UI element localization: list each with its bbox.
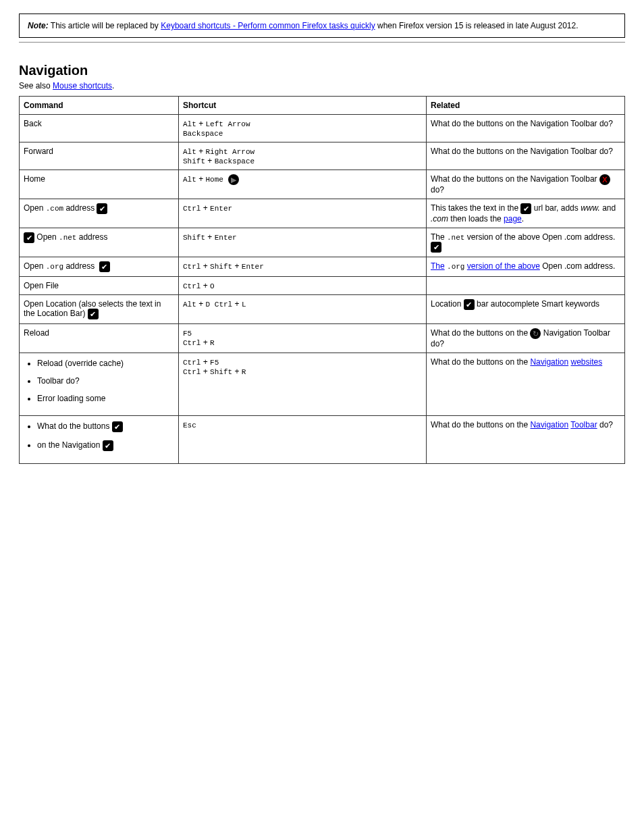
check-icon: ✔ — [103, 440, 113, 451]
cell-related: The .org version of the above Open .com … — [427, 257, 625, 277]
toolbar-link[interactable]: Toolbar — [570, 420, 597, 429]
cell-shortcut: Shift + Enter — [179, 228, 427, 257]
x-icon: X — [599, 174, 610, 185]
cell-related — [427, 277, 625, 295]
page-link[interactable]: page — [504, 214, 522, 224]
cell-shortcut: Ctrl + F5Ctrl + Shift + R — [179, 353, 427, 416]
cell-shortcut: Ctrl + Enter — [179, 199, 427, 228]
cell-related: Location ✔ bar autocomplete Smart keywor… — [427, 295, 625, 324]
check-icon: ✔ — [112, 421, 123, 432]
cell-command: Reload (override cache)Toolbar do?Error … — [20, 353, 179, 416]
col-command: Command — [20, 97, 179, 115]
cell-command: Reload — [20, 324, 179, 353]
col-related: Related — [427, 97, 625, 115]
table-row: Reload (override cache)Toolbar do?Error … — [20, 353, 625, 416]
note-box: Note: This article will be replaced by K… — [19, 14, 625, 38]
shortcut-table: Command Shortcut Related BackAlt + Left … — [19, 96, 625, 464]
the-link[interactable]: The — [431, 261, 445, 271]
cell-related: What do the buttons on the Navigation To… — [427, 115, 625, 142]
divider — [19, 42, 625, 43]
cell-command: Open .org address ✔ — [20, 257, 179, 277]
cell-related: What do the buttons on the ↻ Navigation … — [427, 324, 625, 353]
table-row: BackAlt + Left ArrowBackspaceWhat do the… — [20, 115, 625, 142]
cell-command: Open .com address ✔ — [20, 199, 179, 228]
websites-link[interactable]: websites — [570, 357, 602, 367]
cell-related: What do the buttons on the Navigation To… — [427, 142, 625, 170]
cell-shortcut: F5Ctrl + R — [179, 324, 427, 353]
check-icon: ✔ — [464, 299, 475, 310]
cell-shortcut: Alt + Home ▶ — [179, 170, 427, 199]
cell-related: What do the buttons on the Navigation To… — [427, 416, 625, 464]
cell-command: Forward — [20, 142, 179, 170]
cell-command: Open File — [20, 277, 179, 295]
version-link[interactable]: version of the above — [467, 261, 540, 271]
note-text-after: when Firefox version 15 is released in l… — [377, 21, 579, 30]
reload-icon: ↻ — [530, 328, 541, 339]
cell-shortcut: Ctrl + O — [179, 277, 427, 295]
intro-text: See also Mouse shortcuts. — [19, 81, 625, 90]
col-shortcut: Shortcut — [179, 97, 427, 115]
check-icon: ✔ — [88, 309, 99, 319]
check-icon: ✔ — [99, 261, 110, 272]
cell-command: What do the buttons ✔on the Navigation ✔ — [20, 416, 179, 464]
cell-shortcut: Alt + D Ctrl + L — [179, 295, 427, 324]
table-row: Open .org address ✔Ctrl + Shift + EnterT… — [20, 257, 625, 277]
cell-related: What do the buttons on the Navigation we… — [427, 353, 625, 416]
table-row: Open FileCtrl + O — [20, 277, 625, 295]
table-row: ForwardAlt + Right ArrowShift + Backspac… — [20, 142, 625, 170]
intro-before: See also — [19, 81, 53, 90]
intro-after: . — [112, 81, 114, 90]
cell-related: The .net version of the above Open .com … — [427, 228, 625, 257]
table-row: ✔ Open .net addressShift + EnterThe .net… — [20, 228, 625, 257]
mouse-shortcuts-link[interactable]: Mouse shortcuts — [53, 81, 112, 90]
cell-command: Back — [20, 115, 179, 142]
section-title: Navigation — [19, 63, 625, 78]
navigation-link-2[interactable]: Navigation — [530, 420, 568, 429]
cell-shortcut: Alt + Left ArrowBackspace — [179, 115, 427, 142]
cell-command: ✔ Open .net address — [20, 228, 179, 257]
check-icon: ✔ — [24, 232, 34, 243]
table-row: ReloadF5Ctrl + RWhat do the buttons on t… — [20, 324, 625, 353]
cell-related: This takes the text in the ✔ url bar, ad… — [427, 199, 625, 228]
check-icon: ✔ — [520, 203, 531, 214]
check-icon: ✔ — [431, 242, 441, 253]
cell-command: Home — [20, 170, 179, 199]
table-header-row: Command Shortcut Related — [20, 97, 625, 115]
cell-command: Open Location (also selects the text in … — [20, 295, 179, 324]
cell-shortcut: Alt + Right ArrowShift + Backspace — [179, 142, 427, 170]
check-icon: ✔ — [97, 203, 107, 214]
table-row: HomeAlt + Home ▶What do the buttons on t… — [20, 170, 625, 199]
note-text-before: This article will be replaced by — [51, 21, 161, 30]
cell-shortcut: Esc — [179, 416, 427, 464]
table-row: Open .com address ✔Ctrl + EnterThis take… — [20, 199, 625, 228]
cell-shortcut: Ctrl + Shift + Enter — [179, 257, 427, 277]
note-label: Note: — [28, 21, 49, 30]
cell-related: What do the buttons on the Navigation To… — [427, 170, 625, 199]
go-icon: ▶ — [228, 174, 239, 185]
navigation-link[interactable]: Navigation — [530, 357, 568, 367]
table-row: Open Location (also selects the text in … — [20, 295, 625, 324]
note-link[interactable]: Keyboard shortcuts - Perform common Fire… — [161, 21, 375, 30]
table-row: What do the buttons ✔on the Navigation ✔… — [20, 416, 625, 464]
